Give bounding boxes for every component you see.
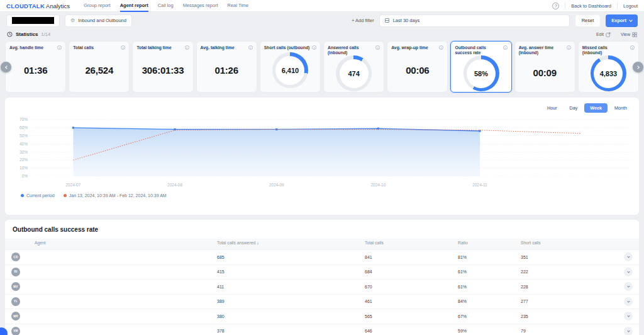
export-button[interactable]: Export xyxy=(606,14,638,27)
edit-button[interactable]: Edit xyxy=(596,32,611,37)
table-row[interactable]: MV41167061%228 xyxy=(5,279,639,294)
table-row[interactable]: VM37864659%79 xyxy=(5,324,639,335)
back-to-dashboard-link[interactable]: Back to Dashboard xyxy=(571,3,611,9)
stat-card-value: 306:01:33 xyxy=(142,65,184,76)
date-range-value: Last 30 days xyxy=(393,18,420,23)
info-icon[interactable]: i xyxy=(312,45,316,50)
stat-card-value: 00:06 xyxy=(406,65,429,76)
grid-view-icon xyxy=(632,32,637,37)
stat-card-5[interactable]: Short calls (outbound)i6,410 xyxy=(260,41,321,93)
stat-card-10[interactable]: Missed calls (inbound)i4,833 xyxy=(578,41,639,93)
stat-card-1[interactable]: Avg. handle timei01:36 xyxy=(5,41,66,93)
sort-desc-icon: ↓ xyxy=(257,241,259,245)
table-body: CD68584181%351RI41568461%222MV41167061%2… xyxy=(5,249,639,335)
cell-short-calls: 79 xyxy=(521,329,608,333)
stat-card-value: 474 xyxy=(340,59,369,88)
date-range-input[interactable]: Last 30 days xyxy=(379,14,570,27)
row-expand-button[interactable] xyxy=(624,282,633,291)
row-expand-button[interactable] xyxy=(624,268,633,276)
cards-prev-button[interactable] xyxy=(1,62,11,72)
donut-ring: 4,833 xyxy=(591,55,626,91)
info-icon[interactable]: i xyxy=(248,45,253,50)
info-icon[interactable]: i xyxy=(121,45,125,50)
stat-card-value: 6,410 xyxy=(275,56,304,85)
tab-call-log[interactable]: Call log xyxy=(158,0,174,12)
svg-text:10%: 10% xyxy=(19,166,28,170)
view-button[interactable]: View xyxy=(621,32,637,37)
avatar: VM xyxy=(11,327,20,335)
stat-card-4[interactable]: Avg. talking timei01:26 xyxy=(196,41,257,93)
info-icon[interactable]: i xyxy=(57,45,62,50)
table-row[interactable]: MR38056567%235 xyxy=(5,309,639,324)
info-icon[interactable]: i xyxy=(567,45,571,50)
info-icon[interactable]: i xyxy=(185,45,189,50)
cell-short-calls: 222 xyxy=(521,270,608,274)
logo-brand: CLOUDTALK xyxy=(6,3,45,9)
column-header-total-calls-answered[interactable]: Total calls answered↓ xyxy=(217,241,365,245)
granularity-hour[interactable]: Hour xyxy=(541,103,563,113)
stat-card-title: Short calls (outbound) xyxy=(264,45,310,50)
redacted-agent-filter-value xyxy=(12,17,54,24)
chart-legend: Current periodJan 13, 2024, 10:39 AM - F… xyxy=(11,193,633,198)
legend-dot xyxy=(64,194,67,197)
chevron-down-icon xyxy=(627,285,630,288)
legend-label: Current period xyxy=(26,193,55,198)
avatar: YL xyxy=(11,297,20,306)
stat-card-9[interactable]: Avg. answer time (inbound)i00:09 xyxy=(514,41,575,93)
stat-card-value: 01:26 xyxy=(215,65,238,76)
svg-text:2024-10: 2024-10 xyxy=(370,183,386,187)
export-label: Export xyxy=(611,18,626,23)
topnav-right: ? Back to Dashboard Logout xyxy=(552,3,638,9)
cell-short-calls: 228 xyxy=(521,285,608,289)
cell-ratio: 59% xyxy=(458,329,521,333)
divider xyxy=(565,3,565,9)
logout-link[interactable]: Logout xyxy=(623,3,638,9)
cell-total-calls-answered: 389 xyxy=(217,299,365,304)
granularity-month[interactable]: Month xyxy=(609,103,633,113)
table-row[interactable]: RI41568461%222 xyxy=(5,264,639,280)
tab-agent-report[interactable]: Agent report xyxy=(120,0,148,12)
stat-card-8[interactable]: Outbound calls success ratei58% xyxy=(450,41,511,93)
success-rate-area-chart[interactable]: 0%10%20%30%40%50%60%70%2024-072024-08202… xyxy=(11,115,633,191)
column-header-short-calls[interactable]: Short calls xyxy=(521,241,608,245)
table-row[interactable]: CD68584181%351 xyxy=(5,249,639,264)
tab-messages-report[interactable]: Messages report xyxy=(183,0,218,12)
avatar: MR xyxy=(11,312,20,321)
granularity-week[interactable]: Week xyxy=(584,103,608,113)
chevron-down-icon xyxy=(627,270,630,273)
stat-card-2[interactable]: Total callsi26,524 xyxy=(69,41,130,93)
help-icon[interactable]: ? xyxy=(552,3,559,9)
stat-card-7[interactable]: Avg. wrap-up timei00:06 xyxy=(387,41,448,93)
stat-card-title: Avg. wrap-up time xyxy=(391,45,428,50)
stat-card-3[interactable]: Total talking timei306:01:33 xyxy=(132,41,193,93)
avatar: RI xyxy=(11,268,20,276)
svg-text:60%: 60% xyxy=(19,125,28,130)
cloudtalk-logo: CLOUDTALKAnalytics xyxy=(6,3,70,9)
info-icon[interactable]: i xyxy=(630,45,635,50)
granularity-day[interactable]: Day xyxy=(564,103,584,113)
svg-text:40%: 40% xyxy=(19,142,28,146)
row-expand-button[interactable] xyxy=(624,327,633,335)
table-title: Outbound calls success rate xyxy=(5,220,639,239)
info-icon[interactable]: i xyxy=(439,45,443,50)
add-filter-button[interactable]: + Add filter xyxy=(352,18,374,23)
tab-group-report[interactable]: Group report xyxy=(84,0,111,12)
row-expand-button[interactable] xyxy=(624,312,633,321)
column-header-agent[interactable]: Agent xyxy=(11,241,217,245)
cell-total-calls-answered: 378 xyxy=(217,329,365,333)
info-icon[interactable]: i xyxy=(375,45,380,50)
row-expand-button[interactable] xyxy=(624,253,633,261)
row-expand-button[interactable] xyxy=(624,297,633,306)
stat-card-title: Total calls xyxy=(73,45,94,50)
stat-card-6[interactable]: Answered calls (inbound)i474 xyxy=(323,41,384,93)
table-row[interactable]: YL38946184%277 xyxy=(5,294,639,309)
column-header-total-calls[interactable]: Total calls xyxy=(365,241,458,245)
call-direction-filter[interactable]: ⚙ Inbound and Outbound xyxy=(65,14,132,27)
topnav-tabs: Group reportAgent reportCall logMessages… xyxy=(84,0,248,12)
column-header-ratio[interactable]: Ratio xyxy=(458,241,521,245)
info-icon[interactable]: i xyxy=(503,45,508,50)
agent-filter-input[interactable] xyxy=(6,14,60,27)
tab-real-time[interactable]: Real Time xyxy=(228,0,249,12)
reset-button[interactable]: Reset xyxy=(575,14,601,27)
cards-next-button[interactable] xyxy=(633,62,643,72)
